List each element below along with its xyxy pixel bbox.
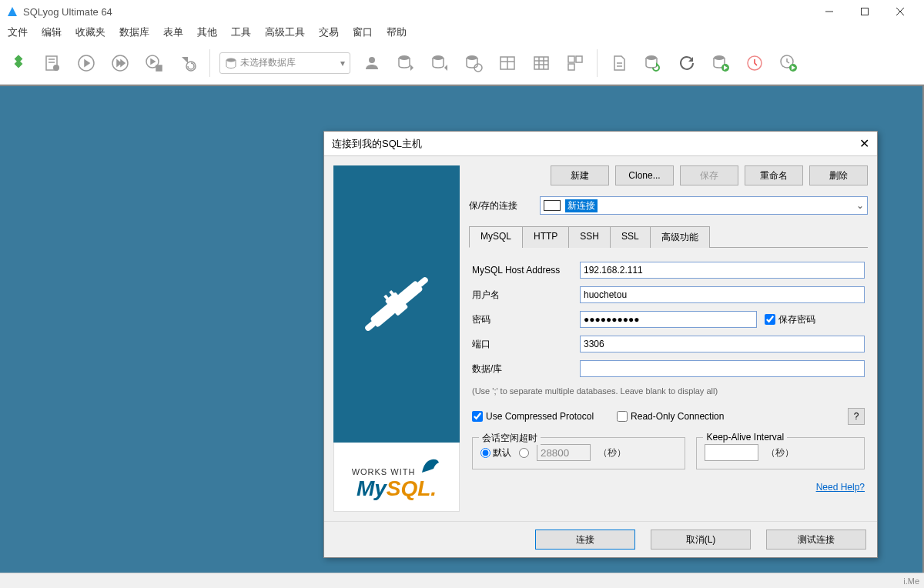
keepalive-input[interactable] (705, 444, 758, 461)
username-input[interactable] (580, 286, 865, 303)
document-icon[interactable] (607, 51, 631, 75)
status-bar: i.Me (0, 573, 924, 588)
menu-tools[interactable]: 工具 (231, 25, 251, 39)
svg-rect-30 (568, 64, 574, 70)
db-sync-icon[interactable] (461, 51, 486, 75)
menu-favorites[interactable]: 收藏夹 (75, 25, 105, 39)
maximize-button[interactable] (847, 0, 882, 23)
menu-table[interactable]: 表单 (163, 25, 183, 39)
rename-button[interactable]: 重命名 (745, 165, 803, 185)
execute-edit-icon[interactable] (142, 51, 166, 75)
new-query-icon[interactable]: + (40, 51, 65, 75)
cancel-button[interactable]: 取消(L) (651, 530, 751, 550)
svg-point-18 (467, 55, 477, 60)
tab-advanced[interactable]: 高级功能 (650, 226, 710, 248)
svg-rect-1 (862, 8, 869, 15)
db-play-icon[interactable] (708, 51, 733, 75)
db-export-icon[interactable] (393, 51, 418, 75)
toolbar: + 未选择数据库 ▾ (0, 42, 924, 85)
custom-radio[interactable] (519, 448, 529, 458)
host-input[interactable] (580, 262, 865, 279)
port-input[interactable] (580, 336, 865, 352)
connection-graphic (333, 165, 460, 443)
db-refresh-green-icon[interactable] (641, 51, 665, 75)
menu-database[interactable]: 数据库 (119, 25, 149, 39)
schema-icon[interactable] (563, 51, 588, 75)
user-icon[interactable] (360, 51, 384, 75)
menu-help[interactable]: 帮助 (387, 25, 407, 39)
svg-point-17 (433, 55, 444, 60)
database-label: 数据/库 (472, 362, 572, 376)
saved-connection-combo[interactable]: 新连接 ⌄ (540, 196, 868, 215)
execute-all-icon[interactable] (108, 51, 132, 75)
tab-ssl[interactable]: SSL (610, 226, 651, 248)
database-input[interactable] (580, 360, 865, 377)
tab-http[interactable]: HTTP (522, 226, 569, 248)
need-help-link[interactable]: Need Help? (816, 482, 865, 493)
svg-point-34 (714, 55, 725, 60)
chevron-down-icon: ▾ (340, 58, 345, 68)
dialog-title: 连接到我的SQL主机 (332, 137, 422, 151)
port-label: 端口 (472, 338, 572, 351)
execute-icon[interactable] (74, 51, 99, 75)
idle-value-input[interactable] (537, 444, 591, 461)
database-hint: (Use ';' to separate multiple databases.… (472, 386, 865, 396)
menu-edit[interactable]: 编辑 (42, 25, 62, 39)
db-import-icon[interactable] (427, 51, 452, 75)
svg-point-15 (369, 57, 375, 63)
history-icon[interactable] (742, 51, 767, 75)
menu-transaction[interactable]: 交易 (319, 25, 339, 39)
help-button[interactable]: ? (848, 408, 865, 425)
status-text: i.Me (903, 576, 919, 586)
table-icon[interactable] (495, 51, 520, 75)
keepalive-group: Keep-Alive Interval （秒） (696, 437, 865, 469)
connect-icon[interactable] (6, 51, 31, 75)
mysql-logo: WORKS WITH MySQL. (333, 443, 460, 512)
tab-mysql[interactable]: MySQL (469, 226, 523, 248)
database-placeholder: 未选择数据库 (240, 56, 337, 69)
menu-bar: 文件 编辑 收藏夹 数据库 表单 其他 工具 高级工具 交易 窗口 帮助 (0, 23, 924, 42)
color-swatch (544, 200, 561, 211)
password-label: 密码 (472, 313, 572, 326)
idle-timeout-group: 会话空闲超时 默认 （秒） (472, 437, 685, 469)
svg-point-16 (399, 55, 410, 60)
dialog-close-icon[interactable]: ✕ (859, 136, 869, 151)
refresh-object-icon[interactable] (176, 51, 200, 75)
menu-other[interactable]: 其他 (197, 25, 217, 39)
database-selector[interactable]: 未选择数据库 ▾ (219, 52, 350, 74)
window-title: SQLyog Ultimate 64 (23, 6, 112, 18)
app-icon (6, 5, 18, 18)
svg-point-14 (226, 58, 236, 62)
connection-dialog: 连接到我的SQL主机 ✕ WORKS WITH MySQL. 新建 Clone.… (323, 131, 878, 558)
chevron-down-icon: ⌄ (856, 200, 864, 211)
connection-tabs: MySQL HTTP SSH SSL 高级功能 (469, 226, 868, 248)
save-button[interactable]: 保存 (680, 165, 738, 185)
svg-rect-23 (534, 57, 548, 69)
menu-file[interactable]: 文件 (8, 25, 28, 39)
user-label: 用户名 (472, 289, 572, 302)
new-button[interactable]: 新建 (551, 165, 609, 185)
grid-icon[interactable] (529, 51, 554, 75)
tab-ssh[interactable]: SSH (568, 226, 611, 248)
default-radio[interactable]: 默认 (480, 446, 511, 459)
compressed-checkbox[interactable]: Use Compressed Protocol (472, 411, 594, 422)
readonly-checkbox[interactable]: Read-Only Connection (617, 411, 724, 422)
menu-powertools[interactable]: 高级工具 (265, 25, 305, 39)
connect-button[interactable]: 连接 (535, 530, 635, 550)
menu-window[interactable]: 窗口 (353, 25, 373, 39)
delete-button[interactable]: 删除 (809, 165, 868, 185)
test-connection-button[interactable]: 测试连接 (766, 530, 866, 550)
saved-connection-label: 保/存的连接 (469, 199, 531, 212)
minimize-button[interactable] (812, 0, 847, 23)
save-password-checkbox[interactable]: 保存密码 (765, 313, 865, 326)
close-button[interactable] (882, 0, 918, 23)
clone-button[interactable]: Clone... (615, 165, 674, 185)
password-input[interactable] (580, 311, 757, 328)
refresh-icon[interactable] (675, 51, 699, 75)
host-label: MySQL Host Address (472, 265, 572, 276)
saved-connection-value: 新连接 (565, 199, 598, 212)
clock-play-icon[interactable] (776, 51, 801, 75)
svg-point-33 (646, 55, 657, 60)
svg-text:+: + (55, 65, 58, 71)
window-titlebar: SQLyog Ultimate 64 (0, 0, 924, 23)
